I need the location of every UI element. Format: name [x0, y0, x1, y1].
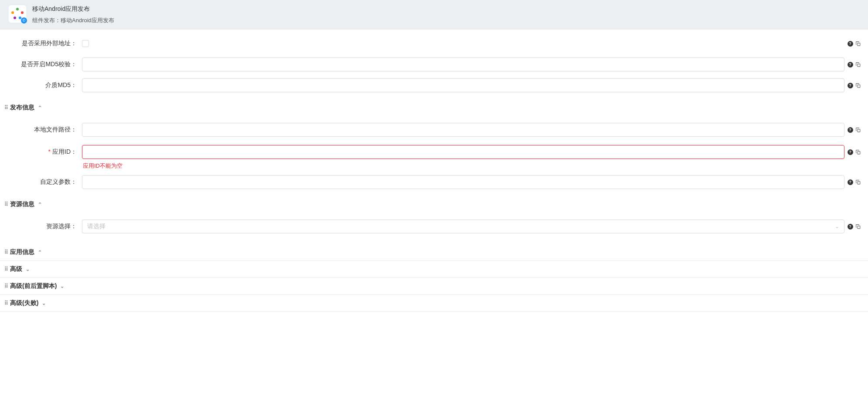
field-app-id: *应用ID： ?	[0, 140, 868, 161]
label-local-path: 本地文件路径：	[4, 126, 82, 134]
chevron-down-icon: ⌄	[835, 223, 839, 230]
svg-rect-5	[857, 181, 860, 184]
copy-icon[interactable]	[855, 179, 861, 185]
svg-rect-4	[857, 151, 860, 154]
label-custom-params: 自定义参数：	[4, 178, 82, 186]
copy-icon[interactable]	[855, 82, 861, 88]
field-custom-params: 自定义参数： ?	[0, 172, 868, 192]
drag-handle-icon[interactable]: ⠿	[4, 266, 7, 272]
section-title-resource: 资源信息	[10, 200, 34, 208]
error-app-id: 应用ID不能为空	[83, 162, 868, 172]
section-resource-info[interactable]: ⠿ 资源信息 ⌃	[0, 196, 868, 213]
svg-rect-2	[857, 84, 860, 87]
chevron-down-icon: ⌄	[60, 284, 64, 289]
label-md5-check: 是否开启MD5校验：	[4, 61, 82, 68]
help-icon[interactable]: ?	[847, 61, 853, 68]
drag-handle-icon[interactable]: ⠿	[4, 283, 7, 289]
section-app-info[interactable]: ⠿ 应用信息 ⌃	[0, 244, 868, 261]
checkbox-external-addr[interactable]	[82, 40, 89, 47]
section-title-advanced-scripts: 高级(前后置脚本)	[10, 282, 57, 290]
chevron-down-icon: ⌄	[42, 300, 46, 306]
app-logo-icon: ©	[9, 5, 26, 23]
chevron-up-icon: ⌃	[38, 105, 42, 111]
field-resource-select: 资源选择： 请选择 ⌄ ?	[0, 216, 868, 237]
copy-icon[interactable]	[855, 223, 861, 230]
help-icon[interactable]: ?	[847, 127, 853, 133]
section-title-app-info: 应用信息	[10, 248, 34, 256]
input-media-md5[interactable]	[82, 78, 844, 92]
section-advanced-scripts[interactable]: ⠿ 高级(前后置脚本) ⌄	[0, 278, 868, 295]
section-advanced[interactable]: ⠿ 高级 ⌄	[0, 261, 868, 278]
form-container: 是否采用外部地址： ? 是否开启MD5校验： ? 介质MD5：	[0, 30, 868, 312]
section-title-advanced: 高级	[10, 265, 22, 273]
drag-handle-icon[interactable]: ⠿	[4, 105, 7, 111]
section-advanced-failure[interactable]: ⠿ 高级(失败) ⌄	[0, 295, 868, 312]
label-resource-select: 资源选择：	[4, 223, 82, 230]
copy-icon[interactable]	[855, 61, 861, 68]
page-subtitle: 组件发布：移动Android应用发布	[32, 17, 114, 24]
svg-rect-0	[857, 43, 860, 45]
field-md5-check: 是否开启MD5校验： ?	[0, 54, 868, 75]
svg-rect-3	[857, 129, 860, 132]
section-title-advanced-failure: 高级(失败)	[10, 299, 38, 307]
help-icon[interactable]: ?	[847, 179, 853, 185]
page-title: 移动Android应用发布	[32, 5, 114, 13]
label-external-addr: 是否采用外部地址：	[4, 40, 82, 47]
copy-icon[interactable]	[855, 127, 861, 133]
input-app-id[interactable]	[82, 145, 844, 159]
drag-handle-icon[interactable]: ⠿	[4, 201, 7, 207]
svg-rect-1	[857, 64, 860, 66]
copyright-badge-icon: ©	[21, 17, 27, 24]
copy-icon[interactable]	[855, 41, 861, 47]
svg-rect-6	[857, 226, 860, 228]
input-local-path[interactable]	[82, 123, 844, 137]
help-icon[interactable]: ?	[847, 149, 853, 155]
drag-handle-icon[interactable]: ⠿	[4, 300, 7, 306]
help-icon[interactable]: ?	[847, 223, 853, 230]
section-publish-info[interactable]: ⠿ 发布信息 ⌃	[0, 99, 868, 116]
label-app-id: *应用ID：	[4, 148, 82, 156]
page-header: © 移动Android应用发布 组件发布：移动Android应用发布	[0, 0, 868, 30]
help-icon[interactable]: ?	[847, 82, 853, 88]
help-icon[interactable]: ?	[847, 41, 853, 47]
input-md5-check[interactable]	[82, 57, 844, 71]
input-custom-params[interactable]	[82, 175, 844, 189]
field-media-md5: 介质MD5： ?	[0, 75, 868, 96]
field-local-path: 本地文件路径： ?	[0, 119, 868, 140]
select-resource[interactable]: 请选择 ⌄	[82, 219, 844, 233]
select-placeholder: 请选择	[87, 223, 106, 230]
drag-handle-icon[interactable]: ⠿	[4, 249, 7, 255]
chevron-up-icon: ⌃	[38, 202, 42, 207]
copy-icon[interactable]	[855, 149, 861, 155]
section-title-publish: 发布信息	[10, 104, 34, 111]
chevron-down-icon: ⌄	[26, 267, 30, 272]
field-external-addr: 是否采用外部地址： ?	[0, 33, 868, 54]
chevron-up-icon: ⌃	[38, 250, 42, 255]
label-media-md5: 介质MD5：	[4, 81, 82, 89]
